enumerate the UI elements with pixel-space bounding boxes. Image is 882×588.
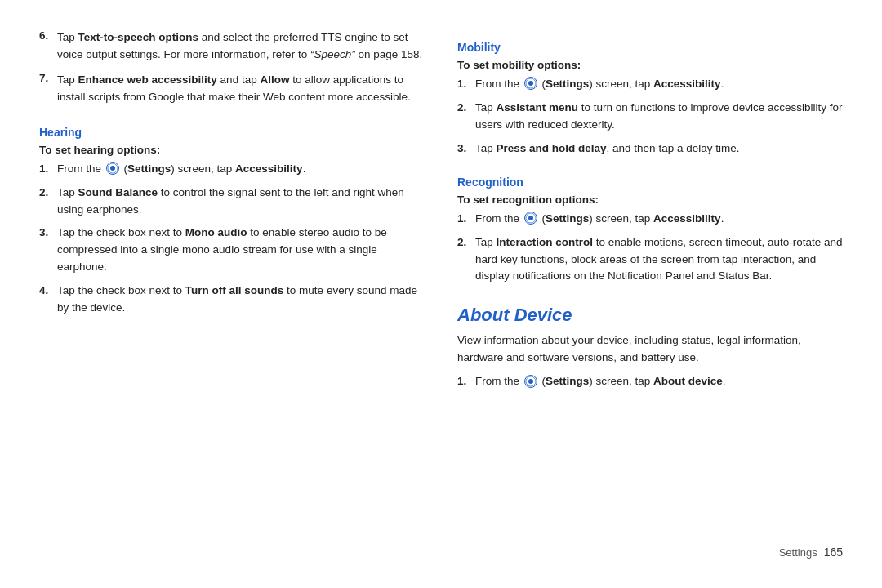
recognition-item-1: 1. From the (Settings) screen, tap Acces… bbox=[457, 211, 843, 228]
left-column: 6. Tap Text-to-speech options and select… bbox=[39, 29, 425, 537]
footer: Settings 165 bbox=[39, 537, 843, 559]
recognition-heading: Recognition bbox=[457, 176, 843, 189]
recognition-sub-heading: To set recognition options: bbox=[457, 194, 843, 206]
svg-point-4 bbox=[528, 81, 533, 86]
mobility-item-2-num: 2. bbox=[457, 100, 472, 117]
recognition-item-1-text: From the (Settings) screen, tap Accessib… bbox=[475, 211, 843, 228]
mobility-sub-heading: To set mobility options: bbox=[457, 59, 843, 71]
svg-point-10 bbox=[528, 379, 533, 384]
settings-icon-r1 bbox=[524, 212, 537, 225]
right-column: Mobility To set mobility options: 1. Fro… bbox=[457, 29, 843, 537]
mobility-item-3-text: Tap Press and hold delay, and then tap a… bbox=[475, 140, 843, 158]
mobility-item-1: 1. From the (Settings) screen, tap Acces… bbox=[457, 76, 843, 93]
hearing-item-1: 1. From the (Settings) screen, tap Acces… bbox=[39, 161, 425, 178]
about-device-item-1-num: 1. bbox=[457, 373, 472, 390]
hearing-item-4-text: Tap the check box next to Turn off all s… bbox=[57, 283, 425, 317]
hearing-item-2: 2. Tap Sound Balance to control the sign… bbox=[39, 185, 425, 219]
about-device-list: 1. From the (Settings) screen, tap About… bbox=[457, 373, 843, 390]
settings-icon-h1 bbox=[106, 162, 119, 175]
hearing-sub-heading: To set hearing options: bbox=[39, 144, 425, 156]
svg-point-7 bbox=[528, 216, 533, 220]
about-device-title: About Device bbox=[457, 305, 843, 326]
recognition-item-2-text: Tap Interaction control to enable motion… bbox=[475, 234, 843, 286]
item-6-num: 6. bbox=[39, 29, 54, 42]
hearing-item-3: 3. Tap the check box next to Mono audio … bbox=[39, 225, 425, 276]
about-section: About Device View information about your… bbox=[457, 305, 843, 397]
columns: 6. Tap Text-to-speech options and select… bbox=[39, 29, 843, 537]
settings-icon-a1 bbox=[524, 375, 537, 388]
mobility-list: 1. From the (Settings) screen, tap Acces… bbox=[457, 76, 843, 164]
page: 6. Tap Text-to-speech options and select… bbox=[0, 0, 882, 588]
footer-label: Settings bbox=[779, 546, 817, 559]
hearing-item-3-text: Tap the check box next to Mono audio to … bbox=[57, 225, 425, 276]
hearing-heading: Hearing bbox=[39, 126, 425, 139]
mobility-item-3-num: 3. bbox=[457, 140, 472, 158]
item-7-num: 7. bbox=[39, 72, 54, 84]
item-7-text: Tap Enhance web accessibility and tap Al… bbox=[57, 72, 425, 106]
settings-icon-m1 bbox=[524, 77, 537, 90]
footer-page-number: 165 bbox=[824, 546, 843, 559]
hearing-item-1-text: From the (Settings) screen, tap Accessib… bbox=[57, 161, 425, 178]
recognition-item-1-num: 1. bbox=[457, 211, 472, 228]
hearing-item-4: 4. Tap the check box next to Turn off al… bbox=[39, 283, 425, 317]
mobility-item-3: 3. Tap Press and hold delay, and then ta… bbox=[457, 140, 843, 158]
item-6-text: Tap Text-to-speech options and select th… bbox=[57, 29, 425, 64]
about-device-item-1-text: From the (Settings) screen, tap About de… bbox=[475, 373, 843, 390]
mobility-heading: Mobility bbox=[457, 41, 843, 54]
recognition-item-2-num: 2. bbox=[457, 234, 472, 252]
about-device-desc: View information about your device, incl… bbox=[457, 332, 843, 367]
intro-item-6: 6. Tap Text-to-speech options and select… bbox=[39, 29, 425, 64]
hearing-item-2-text: Tap Sound Balance to control the signal … bbox=[57, 185, 425, 219]
hearing-item-3-num: 3. bbox=[39, 225, 54, 242]
svg-point-1 bbox=[110, 166, 115, 171]
mobility-item-2-text: Tap Assistant menu to turn on functions … bbox=[475, 100, 843, 134]
mobility-item-2: 2. Tap Assistant menu to turn on functio… bbox=[457, 100, 843, 134]
hearing-list: 1. From the (Settings) screen, tap Acces… bbox=[39, 161, 425, 323]
hearing-item-4-num: 4. bbox=[39, 283, 54, 300]
recognition-item-2: 2. Tap Interaction control to enable mot… bbox=[457, 234, 843, 286]
recognition-list: 1. From the (Settings) screen, tap Acces… bbox=[457, 211, 843, 292]
hearing-item-1-num: 1. bbox=[39, 161, 54, 178]
mobility-item-1-text: From the (Settings) screen, tap Accessib… bbox=[475, 76, 843, 93]
about-device-item-1: 1. From the (Settings) screen, tap About… bbox=[457, 373, 843, 390]
mobility-item-1-num: 1. bbox=[457, 76, 472, 93]
hearing-item-2-num: 2. bbox=[39, 185, 54, 202]
intro-item-7: 7. Tap Enhance web accessibility and tap… bbox=[39, 72, 425, 106]
